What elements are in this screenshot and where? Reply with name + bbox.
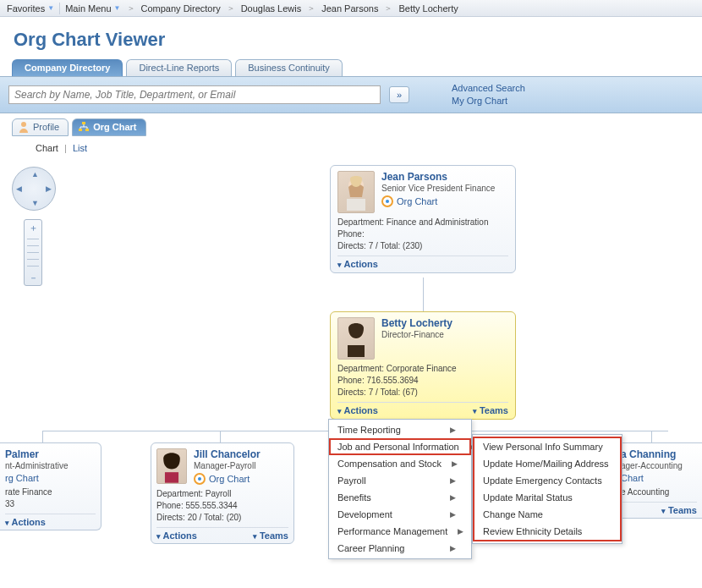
favorites-menu[interactable]: Favorites▼	[3, 3, 58, 14]
advanced-search-link[interactable]: Advanced Search	[452, 82, 525, 95]
zoom-out-button[interactable]: －	[25, 272, 41, 283]
person-card-child[interactable]: Jill Chancelor Manager-Payroll Org Chart…	[151, 442, 294, 544]
target-icon	[194, 473, 206, 485]
page-title: Org Chart Viewer	[0, 17, 702, 59]
zoom-slider[interactable]: ＋ －	[24, 219, 42, 286]
tab-business-continuity[interactable]: Business Continuity	[235, 59, 343, 76]
person-name-link[interactable]: Betty Locherty	[381, 317, 452, 329]
menu-item-update-home-address[interactable]: Update Home/Mailing Address	[474, 455, 620, 472]
tab-profile[interactable]: Profile	[12, 118, 69, 136]
pan-pad[interactable]: ▲ ▼ ◀ ▶	[12, 167, 56, 211]
pan-right-button[interactable]: ▶	[46, 184, 52, 193]
tab-company-directory[interactable]: Company Directory	[12, 59, 123, 76]
job-title: Manager-Payroll	[194, 461, 261, 470]
search-input[interactable]	[8, 85, 381, 104]
menu-item-compensation-stock[interactable]: Compensation and Stock▶	[329, 455, 471, 472]
svg-rect-7	[348, 345, 365, 357]
person-name-link[interactable]: Palmer	[5, 448, 96, 460]
menu-item-benefits[interactable]: Benefits▶	[329, 489, 471, 506]
tab-profile-label: Profile	[33, 122, 59, 132]
menu-item-career-planning[interactable]: Career Planning▶	[329, 540, 471, 557]
chevron-right-icon: ＞	[304, 3, 318, 14]
chevron-right-icon: ▶	[450, 544, 456, 552]
actions-dropdown[interactable]: Actions	[337, 259, 378, 269]
teams-dropdown[interactable]: Teams	[661, 505, 697, 515]
my-org-chart-link[interactable]: My Org Chart	[452, 95, 525, 107]
breadcrumb[interactable]: Company Directory	[138, 3, 224, 14]
breadcrumb[interactable]: Jean Parsons	[318, 3, 381, 14]
person-name-link[interactable]: Jill Chancelor	[194, 448, 261, 460]
menu-item-update-marital-status[interactable]: Update Marital Status	[474, 489, 620, 506]
target-icon	[381, 195, 393, 207]
svg-rect-5	[347, 199, 365, 211]
menu-item-development[interactable]: Development▶	[329, 506, 471, 523]
menu-item-review-ethnicity[interactable]: Review Ethnicity Details	[474, 523, 620, 540]
chevron-down-icon: ▼	[47, 4, 54, 12]
hierarchy-icon	[78, 121, 90, 133]
pan-left-button[interactable]: ◀	[16, 184, 22, 193]
chevron-right-icon: ＞	[124, 3, 138, 14]
avatar	[156, 448, 187, 484]
view-toggle: Chart | List	[0, 136, 702, 157]
directs-value: 20	[188, 513, 197, 522]
svg-rect-3	[85, 129, 89, 131]
phone-value: 33	[5, 499, 14, 508]
actions-dropdown[interactable]: Actions	[5, 517, 46, 527]
tab-org-chart-label: Org Chart	[93, 122, 136, 132]
person-card-child[interactable]: Palmer nt-Administrative rg Chart rate F…	[0, 442, 101, 530]
person-card-focus[interactable]: Betty Locherty Director-Finance Departme…	[330, 311, 516, 420]
person-name-link[interactable]: a Channing	[621, 448, 697, 460]
person-name-link[interactable]: Jean Parsons	[381, 171, 495, 183]
person-icon	[18, 121, 30, 133]
job-title: Director-Finance	[381, 330, 452, 339]
menu-item-job-personal-info[interactable]: Job and Personal Information▶	[329, 438, 471, 455]
org-chart-canvas[interactable]: ▲ ▼ ◀ ▶ ＋ － Jean Parsons Senior Vice Pre…	[0, 162, 702, 588]
jpi-submenu: View Personal Info Summary Update Home/M…	[472, 434, 622, 544]
actions-menu: Time Reporting▶ Job and Personal Informa…	[328, 419, 472, 559]
org-chart-link[interactable]: Org Chart	[194, 473, 261, 485]
pan-up-button[interactable]: ▲	[31, 170, 39, 179]
view-chart-current: Chart	[36, 143, 58, 153]
menu-item-view-personal-info[interactable]: View Personal Info Summary	[474, 438, 620, 455]
menu-item-performance[interactable]: Performance Management▶	[329, 523, 471, 540]
view-list-link[interactable]: List	[73, 143, 87, 153]
job-title: Senior Vice President Finance	[381, 184, 495, 193]
menu-item-payroll[interactable]: Payroll▶	[329, 472, 471, 489]
actions-dropdown[interactable]: Actions	[156, 530, 197, 541]
pan-zoom-control: ▲ ▼ ◀ ▶ ＋ －	[12, 167, 58, 286]
chevron-down-icon: ▼	[114, 4, 121, 12]
person-card-parent[interactable]: Jean Parsons Senior Vice President Finan…	[330, 165, 516, 273]
org-chart-link[interactable]: Org Chart	[381, 195, 495, 207]
dept-value: Corporate Finance	[387, 364, 457, 373]
search-go-button[interactable]: »	[389, 86, 409, 103]
chevron-right-icon: ▶	[450, 510, 456, 519]
tab-org-chart[interactable]: Org Chart	[72, 118, 145, 136]
menu-item-time-reporting[interactable]: Time Reporting▶	[329, 421, 471, 438]
chevron-right-icon: ▶	[450, 426, 456, 434]
chevron-right-icon: ▶	[450, 493, 456, 502]
menu-item-update-emergency-contacts[interactable]: Update Emergency Contacts	[474, 472, 620, 489]
total-value: (67)	[403, 387, 418, 397]
chevron-right-icon: ▶	[458, 527, 463, 536]
dept-value: Payroll	[206, 489, 232, 498]
main-menu[interactable]: Main Menu▼	[62, 3, 123, 14]
tab-direct-line-reports[interactable]: Direct-Line Reports	[126, 59, 232, 76]
svg-rect-9	[165, 472, 178, 483]
breadcrumb[interactable]: Douglas Lewis	[238, 3, 305, 14]
zoom-in-button[interactable]: ＋	[25, 223, 41, 233]
org-chart-link[interactable]: rg Chart	[5, 473, 96, 483]
teams-dropdown[interactable]: Teams	[473, 405, 508, 415]
total-value: (20)	[227, 513, 242, 522]
menu-item-change-name[interactable]: Change Name	[474, 506, 620, 523]
connector-line	[220, 431, 221, 442]
dept-value: e Accounting	[621, 487, 669, 497]
view-tabs: Profile Org Chart	[0, 113, 702, 136]
breadcrumb[interactable]: Betty Locherty	[395, 3, 461, 14]
pan-down-button[interactable]: ▼	[31, 199, 39, 207]
actions-dropdown[interactable]: Actions	[337, 405, 378, 415]
phone-value: 716.555.3694	[366, 376, 418, 385]
person-card-child[interactable]: a Channing ager-Accounting Chart e Accou…	[615, 442, 702, 519]
org-chart-link[interactable]: Chart	[621, 473, 697, 483]
teams-dropdown[interactable]: Teams	[253, 530, 288, 541]
double-chevron-icon: »	[397, 90, 402, 100]
